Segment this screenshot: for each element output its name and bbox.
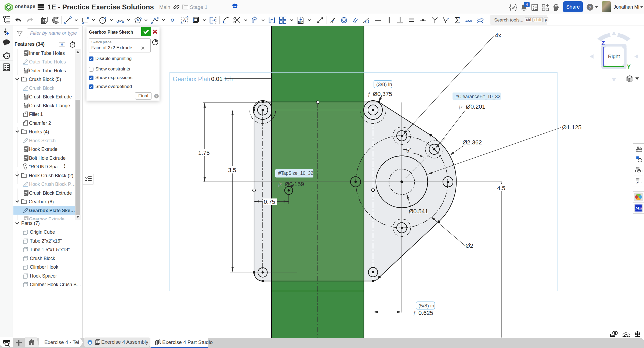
svg-text:4.5: 4.5 (497, 185, 505, 191)
svg-text:A: A (182, 17, 187, 24)
svg-text:?: ? (589, 5, 591, 10)
svg-text:x: x (636, 180, 638, 184)
svg-text:fx: fx (459, 104, 462, 109)
svg-text:Right: Right (608, 54, 620, 59)
svg-text:0.01: 0.01 (211, 76, 223, 82)
svg-text:f: f (368, 91, 370, 97)
svg-text:Z: Z (601, 40, 605, 47)
svg-text:fx: fx (278, 181, 282, 187)
svg-text:3.5: 3.5 (228, 167, 236, 173)
svg-text:#TapSize_10_32: #TapSize_10_32 (278, 171, 313, 176)
svg-text:5°: 5° (406, 148, 411, 154)
svg-text:0.625: 0.625 (418, 310, 433, 316)
svg-text:f: f (414, 310, 416, 316)
svg-text:Ø0.201: Ø0.201 (466, 103, 485, 110)
svg-text:0.75: 0.75 (264, 198, 275, 205)
svg-text:Ø2.362: Ø2.362 (462, 139, 482, 146)
svg-text:Ø0.159: Ø0.159 (285, 181, 304, 187)
svg-text:4x: 4x (495, 32, 501, 39)
svg-text:Ø0.375: Ø0.375 (373, 91, 392, 97)
svg-text:Ø0.541: Ø0.541 (409, 208, 428, 215)
svg-text:Y: Y (627, 63, 631, 70)
svg-text:(5/8) in: (5/8) in (418, 303, 434, 308)
svg-text:Ø1.125: Ø1.125 (562, 124, 581, 131)
svg-text:Ø2: Ø2 (465, 242, 473, 249)
svg-text:(3/8) in: (3/8) in (376, 81, 392, 87)
svg-text:#ClearanceFit_10_32: #ClearanceFit_10_32 (455, 94, 500, 100)
svg-text:?: ? (155, 94, 157, 98)
svg-text:DXF: DXF (298, 21, 303, 23)
svg-text:1.75: 1.75 (198, 150, 210, 156)
